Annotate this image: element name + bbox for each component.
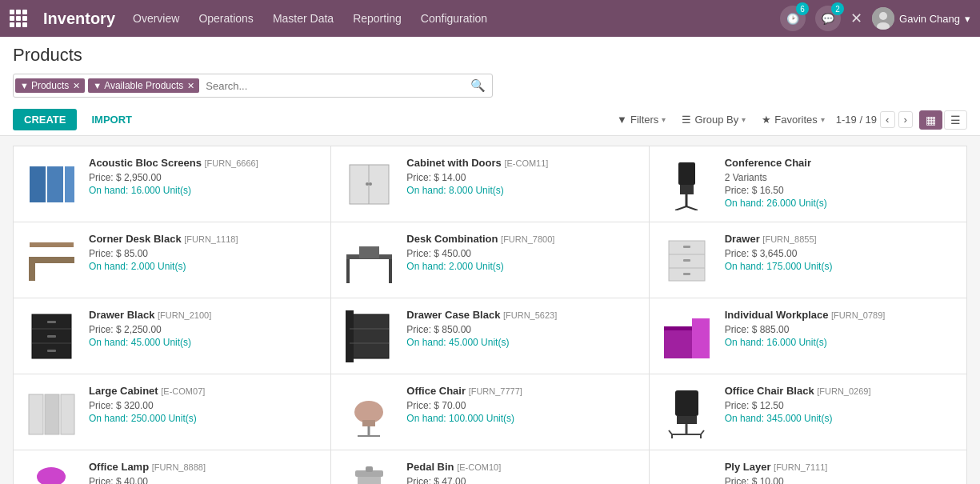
- user-menu[interactable]: Gavin Chang ▾: [872, 7, 970, 30]
- product-onhand: On hand: 2.000 Unit(s): [89, 261, 321, 272]
- product-card[interactable]: Office Lamp [FURN_8888]Price: $ 40.00On …: [14, 450, 330, 484]
- product-image: [23, 232, 79, 288]
- filters-button[interactable]: ▼ Filters ▾: [612, 110, 670, 129]
- product-card[interactable]: Conference Chair 2 VariantsPrice: $ 16.5…: [650, 146, 966, 222]
- product-card[interactable]: Corner Desk Black [FURN_1118]Price: $ 85…: [14, 222, 330, 298]
- svg-rect-4: [47, 166, 63, 202]
- product-code: [FURN_7777]: [469, 386, 522, 396]
- svg-point-1: [879, 12, 887, 20]
- product-onhand: On hand: 16.000 Unit(s): [89, 185, 321, 196]
- product-image: [23, 460, 79, 484]
- svg-rect-42: [45, 394, 59, 434]
- brand-title: Inventory: [43, 10, 115, 28]
- product-image: [23, 384, 79, 440]
- product-name: Office Lamp [FURN_8888]: [89, 460, 321, 474]
- product-card[interactable]: Individual Workplace [FURN_0789]Price: $…: [650, 298, 966, 374]
- filter-icon3: ▼: [617, 114, 627, 126]
- product-code: [FURN_2100]: [158, 310, 211, 320]
- grid-view-button[interactable]: ▦: [919, 110, 942, 130]
- favorites-caret: ▾: [821, 115, 825, 124]
- nav-operations[interactable]: Operations: [197, 9, 254, 28]
- product-card[interactable]: Pedal Bin [E-COM10]Price: $ 47.00On hand…: [331, 450, 648, 484]
- toolbar-left: CREATE IMPORT: [13, 109, 140, 130]
- svg-rect-11: [680, 185, 694, 194]
- product-price: Price: $ 10.00: [725, 476, 957, 484]
- product-info: Desk Combination [FURN_7800]Price: $ 450…: [406, 232, 638, 272]
- search-input[interactable]: [201, 80, 464, 92]
- view-toggle: ▦ ☰: [919, 110, 967, 130]
- product-card[interactable]: Office Chair Black [FURN_0269]Price: $ 1…: [650, 374, 966, 450]
- product-card[interactable]: Acoustic Bloc Screens [FURN_6666]Price: …: [14, 146, 330, 222]
- user-dropdown-icon: ▾: [965, 13, 970, 25]
- product-card[interactable]: Office Chair [FURN_7777]Price: $ 70.00On…: [331, 374, 648, 450]
- product-card[interactable]: Cabinet with Doors [E-COM11]Price: $ 14.…: [331, 146, 648, 222]
- groupby-icon: ☰: [682, 114, 691, 126]
- svg-rect-61: [366, 466, 373, 472]
- product-card[interactable]: Drawer [FURN_8855]Price: $ 3,645.00On ha…: [650, 222, 966, 298]
- product-price: Price: $ 850.00: [406, 324, 638, 335]
- apps-icon[interactable]: [10, 10, 27, 27]
- pagination-prev[interactable]: ‹: [880, 111, 894, 128]
- product-grid: Acoustic Bloc Screens [FURN_6666]Price: …: [13, 146, 967, 484]
- create-button[interactable]: CREATE: [13, 109, 77, 130]
- product-image: [659, 384, 715, 440]
- product-info: Cabinet with Doors [E-COM11]Price: $ 14.…: [406, 156, 638, 196]
- product-card[interactable]: Drawer Case Black [FURN_5623]Price: $ 85…: [331, 298, 648, 374]
- product-card[interactable]: Ply Layer [FURN_7111]Price: $ 10.00On ha…: [650, 450, 966, 484]
- svg-point-44: [354, 401, 383, 423]
- product-onhand: On hand: 45.000 Unit(s): [406, 337, 638, 348]
- product-card[interactable]: Drawer Black [FURN_2100]Price: $ 2,250.0…: [14, 298, 330, 374]
- svg-rect-31: [47, 321, 56, 323]
- product-code: [FURN_8888]: [152, 462, 206, 472]
- svg-rect-17: [30, 242, 74, 247]
- nav-overview[interactable]: Overview: [131, 9, 181, 28]
- product-card[interactable]: Large Cabinet [E-COM07]Price: $ 320.00On…: [14, 374, 330, 450]
- activity-button[interactable]: 🕑 6: [780, 6, 806, 31]
- chat-button[interactable]: 💬 2: [815, 6, 841, 31]
- product-card[interactable]: Desk Combination [FURN_7800]Price: $ 450…: [331, 222, 648, 298]
- product-onhand: On hand: 175.000 Unit(s): [725, 261, 957, 272]
- list-view-button[interactable]: ☰: [944, 110, 967, 130]
- svg-rect-43: [61, 394, 74, 434]
- filter-tag-remove-available[interactable]: ✕: [187, 81, 194, 91]
- product-code: [FURN_5623]: [503, 310, 557, 320]
- close-icon[interactable]: ✕: [850, 10, 862, 27]
- svg-line-13: [675, 206, 686, 210]
- product-name: Drawer [FURN_8855]: [725, 232, 957, 246]
- groupby-button[interactable]: ☰ Group By ▾: [677, 110, 750, 129]
- chat-badge: 2: [831, 2, 844, 15]
- favorites-button[interactable]: ★ Favorites ▾: [757, 110, 829, 129]
- product-price: Price: $ 450.00: [406, 248, 638, 259]
- product-code: [FURN_0269]: [817, 386, 870, 396]
- pagination-next[interactable]: ›: [898, 111, 913, 128]
- product-code: [FURN_6666]: [205, 158, 258, 168]
- nav-reporting[interactable]: Reporting: [351, 9, 403, 28]
- product-onhand: On hand: 26.000 Unit(s): [725, 198, 957, 209]
- search-icon[interactable]: 🔍: [464, 78, 492, 93]
- product-info: Drawer [FURN_8855]Price: $ 3,645.00On ha…: [725, 232, 957, 272]
- search-bar-row: ▼ Products ✕ ▼ Available Products ✕ 🔍: [13, 70, 967, 104]
- product-code: [FURN_1118]: [184, 234, 238, 244]
- product-onhand: On hand: 8.000 Unit(s): [406, 185, 638, 196]
- product-image: [341, 232, 397, 288]
- svg-line-55: [701, 430, 704, 434]
- nav-configuration[interactable]: Configuration: [419, 9, 489, 28]
- svg-rect-39: [692, 318, 710, 358]
- import-button[interactable]: IMPORT: [83, 109, 140, 130]
- nav-masterdata[interactable]: Master Data: [271, 9, 335, 28]
- chat-icon: 💬: [822, 13, 834, 25]
- product-code: [E-COM10]: [457, 462, 501, 472]
- product-code: [FURN_8855]: [762, 234, 816, 244]
- product-name: Individual Workplace [FURN_0789]: [725, 308, 957, 322]
- svg-rect-33: [47, 350, 56, 352]
- svg-rect-20: [389, 259, 392, 283]
- filters-caret: ▾: [662, 115, 666, 124]
- svg-point-56: [37, 467, 66, 485]
- product-image: [341, 156, 397, 212]
- product-price: Price: $ 320.00: [89, 400, 321, 411]
- product-info: Office Lamp [FURN_8888]Price: $ 40.00On …: [89, 460, 321, 484]
- svg-point-9: [369, 182, 372, 186]
- product-name: Conference Chair: [725, 156, 957, 170]
- filter-tag-remove-products[interactable]: ✕: [73, 81, 80, 91]
- product-code: [FURN_0789]: [831, 310, 885, 320]
